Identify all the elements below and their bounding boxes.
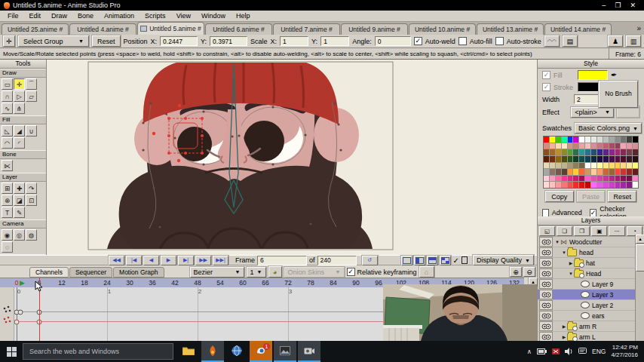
timeline-tab-channels[interactable]: Channels [29, 267, 69, 278]
layer-visible-icon[interactable] [539, 321, 553, 331]
duplicate-layer-tool-tool-icon[interactable]: ⊡ [26, 195, 37, 206]
palette-swatch-39[interactable] [585, 149, 590, 155]
palette-swatch-105[interactable] [597, 176, 603, 182]
keyframe-dot[interactable] [14, 319, 20, 324]
paint-bucket-tool-icon[interactable]: ∪ [26, 125, 37, 137]
layer-row-head[interactable]: ▼head [538, 247, 644, 258]
swatches-dropdown[interactable]: Basic Colors.png▼ [575, 123, 642, 133]
file-explorer-icon[interactable] [177, 341, 200, 362]
palette-swatch-29[interactable] [621, 143, 626, 149]
palette-swatch-44[interactable] [615, 149, 621, 155]
palette-swatch-84[interactable] [568, 169, 573, 175]
palette-swatch-28[interactable] [615, 143, 621, 149]
checker-selection-checkbox[interactable] [590, 209, 597, 217]
duplicate-layer-button[interactable]: ❏ [557, 226, 572, 236]
palette-swatch-49[interactable] [550, 156, 555, 162]
prev-keyframe-button[interactable]: |◀ [126, 256, 142, 265]
count-dropdown[interactable]: 1▼ [247, 267, 266, 278]
keyframe-dot[interactable] [18, 309, 23, 314]
palette-swatch-97[interactable] [550, 176, 555, 182]
library-button[interactable]: ▥ [626, 35, 641, 47]
step-back-button[interactable]: ◀ [143, 256, 159, 265]
step-forward-button[interactable]: ▶| [178, 256, 194, 265]
palette-swatch-48[interactable] [544, 156, 549, 162]
curvature-tool-icon[interactable]: ∩ [2, 90, 13, 102]
expand-open-icon[interactable]: ▼ [554, 240, 560, 244]
new-layer-button[interactable]: ◱ [539, 226, 555, 236]
palette-swatch-35[interactable] [562, 149, 567, 155]
palette-swatch-79[interactable] [633, 163, 638, 169]
speaker-icon[interactable] [565, 348, 573, 355]
palette-swatch-126[interactable] [627, 182, 632, 188]
layer-visible-icon[interactable] [539, 290, 553, 299]
layers-scrollbar[interactable]: ▲ [635, 235, 644, 341]
palette-swatch-74[interactable] [603, 163, 609, 169]
palette-swatch-67[interactable] [562, 163, 567, 169]
layer-visible-icon[interactable] [539, 279, 553, 289]
palette-swatch-93[interactable] [621, 169, 626, 175]
track-camera-tool-icon[interactable]: ◉ [2, 229, 13, 241]
freehand-tool-icon[interactable]: ▷ [14, 90, 25, 102]
palette-swatch-56[interactable] [591, 156, 596, 162]
scale-y-input[interactable] [320, 36, 349, 46]
palette-swatch-36[interactable] [568, 149, 573, 155]
scroll-up-icon[interactable]: ▲ [636, 235, 644, 244]
palette-swatch-40[interactable] [591, 149, 596, 155]
select-shape-tool-icon[interactable]: ◺ [2, 125, 13, 137]
palette-swatch-53[interactable] [573, 156, 578, 162]
palette-swatch-4[interactable] [568, 137, 573, 143]
palette-swatch-94[interactable] [627, 169, 632, 175]
taskbar-clock[interactable]: 12:42 PM 4/27/2016 [611, 344, 638, 359]
palette-swatch-75[interactable] [609, 163, 615, 169]
pan-tilt-camera-tool-icon[interactable]: ◌ [2, 241, 13, 253]
magnet-tool-icon[interactable]: ⋔ [14, 103, 25, 114]
palette-swatch-78[interactable] [627, 163, 632, 169]
palette-swatch-0[interactable] [544, 137, 549, 143]
reset-style-button[interactable]: Reset [608, 191, 636, 202]
stroke-checkbox[interactable] [542, 83, 550, 91]
active-app-icon[interactable]: 1 [250, 341, 272, 362]
palette-swatch-2[interactable] [556, 137, 561, 143]
fill-checkbox[interactable] [542, 71, 550, 79]
expand-open-icon[interactable]: ▼ [568, 272, 574, 276]
layer-row-layer-3[interactable]: Layer 3 [538, 290, 644, 300]
layer-row-ears[interactable]: ears [538, 311, 644, 321]
layer-visible-icon[interactable] [539, 300, 553, 310]
palette-swatch-121[interactable] [597, 182, 603, 188]
expand-open-icon[interactable]: ▼ [561, 250, 567, 255]
palette-swatch-17[interactable] [550, 143, 555, 149]
language-indicator[interactable]: ENG [592, 348, 606, 355]
palette-swatch-120[interactable] [591, 182, 596, 188]
anime-studio-taskbar-icon[interactable] [201, 341, 224, 362]
palette-swatch-19[interactable] [562, 143, 567, 149]
palette-swatch-65[interactable] [550, 163, 555, 169]
palette-swatch-41[interactable] [597, 149, 603, 155]
transform-points-tool-icon[interactable]: ✛ [14, 78, 25, 90]
palette-swatch-88[interactable] [591, 169, 596, 175]
layer-visible-icon[interactable] [539, 268, 553, 278]
relative-keyframing-checkbox[interactable] [347, 268, 355, 276]
palette-swatch-3[interactable] [562, 137, 567, 143]
cycle-button[interactable]: ◕ [268, 266, 282, 278]
stereo-view-icon[interactable] [462, 256, 468, 264]
go-end-button[interactable]: ▶▶| [213, 256, 228, 265]
palette-swatch-57[interactable] [597, 156, 603, 162]
add-point-tool-icon[interactable]: ⌒ [26, 78, 37, 90]
layout-split-vertical-button[interactable] [414, 256, 425, 265]
rotate-layer-tool-icon[interactable]: ↷ [26, 183, 37, 194]
palette-swatch-20[interactable] [568, 143, 573, 149]
delete-layer-button[interactable]: ▣ [591, 226, 607, 236]
minimize-button[interactable]: – [602, 2, 606, 9]
palette-swatch-77[interactable] [621, 163, 626, 169]
palette-swatch-38[interactable] [579, 149, 584, 155]
palette-swatch-124[interactable] [615, 182, 621, 188]
noise-tool-icon[interactable]: ∿ [2, 103, 13, 114]
palette-swatch-8[interactable] [591, 137, 596, 143]
palette-swatch-69[interactable] [573, 163, 578, 169]
effect-dropdown[interactable]: <plain>▼ [571, 107, 614, 118]
select-bone-tool-icon[interactable]: ⋉ [2, 160, 13, 171]
palette-swatch-47[interactable] [633, 149, 638, 155]
palette-swatch-102[interactable] [579, 176, 584, 182]
palette-swatch-9[interactable] [597, 137, 603, 143]
palette-swatch-22[interactable] [579, 143, 584, 149]
